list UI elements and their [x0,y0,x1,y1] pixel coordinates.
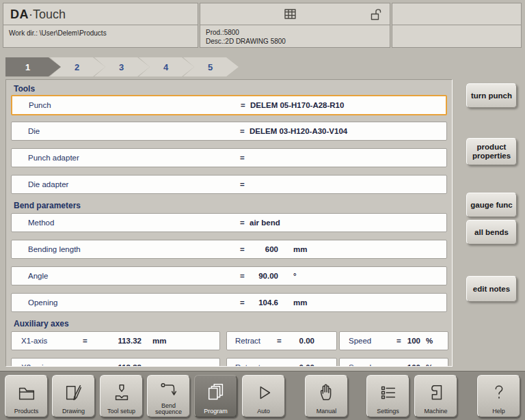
parameter-panel: Tools Punch = DELEM 05-H170-A28-R10 Die … [5,79,453,367]
tool-setup-button[interactable]: Tool setup [100,375,143,417]
param-value: 600 [237,245,278,253]
param-row-punch[interactable]: Punch = DELEM 05-H170-A28-R10 [11,95,447,115]
x1-speed-box[interactable]: Speed = 100 % [339,331,448,350]
axis-value: 113.32 [100,337,142,345]
turn-punch-button[interactable]: turn punch [466,83,517,108]
param-label: Die adapter [28,180,68,188]
retract-label: Retract [235,337,260,345]
tab-label: 1 [25,62,30,72]
tab-label: 2 [75,62,79,72]
param-label: Bending length [28,245,81,253]
equals-sign: = [240,127,245,135]
products-button[interactable]: Products [5,375,48,417]
edit-notes-button[interactable]: edit notes [466,276,517,302]
param-label: Opening [28,298,57,307]
x1-retract-box[interactable]: Retract = 0.00 [226,331,337,350]
x2-speed-box[interactable]: Speed = 100 % [339,358,448,367]
equals-sign: = [83,337,88,345]
all-bends-button[interactable]: all bends [466,220,517,244]
bottom-button-label: Settings [377,408,399,415]
settings-button[interactable]: Settings [366,375,409,417]
param-label: Punch adapter [28,154,79,162]
bottom-button-label: Help [492,408,505,415]
param-unit: ° [293,272,297,280]
logo-da-text: DA [10,8,29,21]
manual-button[interactable]: Manual [305,375,348,417]
param-row-punch-adapter[interactable]: Punch adapter = [11,148,447,167]
speed-unit: % [426,363,433,367]
work-directory-text: Work dir.: \User\Delem\Products [9,29,107,37]
program-button[interactable]: Program [194,375,237,417]
equals-sign: = [241,101,245,109]
speed-label: Speed [349,337,371,345]
section-title-auxiliary-axes: Auxiliary axes [14,320,444,328]
param-value: DELEM 05-H170-A28-R10 [250,101,344,109]
param-label: Punch [29,101,51,109]
param-row-angle[interactable]: Angle = 90.00 ° [11,266,447,285]
logo-touch-text: ·Touch [29,8,66,21]
play-icon [254,378,274,408]
param-value: DELEM 03-H120-A30-V104 [250,127,347,135]
param-row-opening[interactable]: Opening = 104.6 mm [11,293,447,312]
equals-sign: = [396,337,401,345]
retract-label: Retract [235,363,260,367]
product-number: Prod.:5800 [206,28,390,37]
param-row-bending-length[interactable]: Bending length = 600 mm [11,240,447,259]
program-pages-icon [206,378,226,408]
equals-sign: = [396,363,401,367]
calculator-icon[interactable] [284,9,296,22]
drawing-button[interactable]: Drawing [52,375,95,417]
bottom-navigation-bar: Products Drawing Tool setup Bend sequenc… [0,371,525,420]
section-title-tools: Tools [14,85,444,93]
axis-unit: mm [152,363,166,367]
param-unit: mm [293,298,307,307]
hand-icon [317,378,337,408]
param-value: 90.00 [237,272,278,280]
axis-value: 113.32 [100,363,142,367]
product-info: Prod.:5800 Desc.:2D DRAWING 5800 [200,25,390,48]
param-row-die[interactable]: Die = DELEM 03-H120-A30-V104 [11,122,447,141]
bottom-button-label: Products [14,408,39,415]
header-center-panel [200,3,390,25]
x2-axis-value-box[interactable]: X2-axis = 113.32 mm [11,358,220,367]
bottom-button-label: Manual [317,408,337,415]
bottom-button-label: Bend sequence [148,403,189,415]
equals-sign: = [240,219,245,227]
bottom-button-label: Drawing [62,408,85,415]
help-button[interactable]: Help [477,375,520,417]
x1-axis-value-box[interactable]: X1-axis = 113.32 mm [11,331,220,350]
bottom-button-label: Auto [257,408,270,415]
param-row-method[interactable]: Method = air bend [11,213,447,232]
bend-sequence-button[interactable]: Bend sequence [147,375,190,417]
question-icon [489,378,509,408]
speed-unit: % [426,337,433,345]
tool-setup-icon [111,378,132,408]
aux-row-x1: X1-axis = 113.32 mm Retract = 0.00 Speed… [11,331,447,350]
speed-value: 100 [401,363,420,367]
unlock-icon[interactable] [371,8,381,23]
header-right-panel [392,3,522,25]
app-logo: DA·Touch [3,3,198,25]
machine-icon [426,378,446,408]
equals-sign: = [240,180,245,188]
axis-label: X2-axis [21,363,47,367]
tab-label: 3 [119,62,124,72]
equals-sign: = [83,363,88,367]
equals-sign: = [240,154,245,162]
settings-list-icon [378,378,399,408]
tab-bend-1[interactable]: 1 [5,57,61,76]
bend-sequence-icon [159,378,179,403]
retract-value: 0.00 [280,337,314,345]
folder-icon [16,378,37,408]
product-properties-button[interactable]: product properties [466,138,517,165]
bottom-button-label: Tool setup [107,408,135,415]
section-title-bend-parameters: Bend parameters [14,201,444,210]
side-function-column: turn punch product properties gauge func… [455,79,525,367]
param-row-die-adapter[interactable]: Die adapter = [11,175,447,194]
auto-button[interactable]: Auto [242,375,285,417]
param-value: 104.6 [237,298,278,307]
param-label: Angle [28,272,48,280]
machine-button[interactable]: Machine [414,375,457,417]
gauge-func-button[interactable]: gauge func [466,193,517,217]
x2-retract-box[interactable]: Retract = 0.00 [226,358,337,367]
